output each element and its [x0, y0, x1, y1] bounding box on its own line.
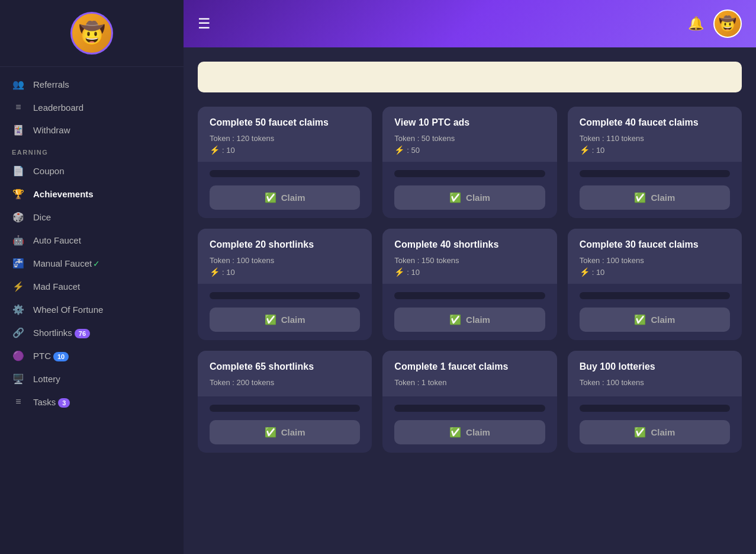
card-body: ✅ Claim [568, 162, 742, 218]
card-energy: ⚡: 50 [394, 145, 545, 155]
claim-button[interactable]: ✅ Claim [394, 185, 545, 210]
card-body: ✅ Claim [198, 162, 372, 218]
sidebar-item-ptc[interactable]: 🟣 PTC10 [0, 344, 184, 367]
claim-button[interactable]: ✅ Claim [580, 308, 730, 332]
badge-shortlinks: 76 [75, 329, 90, 338]
card-tokens: Token : 100 tokens [580, 256, 730, 265]
card-energy: ⚡: 10 [580, 145, 730, 155]
lightning-icon: ⚡ [210, 145, 220, 155]
claim-label: Claim [281, 193, 305, 203]
lightning-icon: ⚡ [580, 145, 590, 155]
sidebar-item-dice[interactable]: 🎲 Dice [0, 206, 184, 229]
sidebar-item-label: Manual Faucet✓ [33, 258, 100, 268]
achievement-card-card-3: Complete 40 faucet claims Token : 110 to… [568, 107, 742, 218]
claim-label: Claim [651, 315, 675, 325]
claim-button[interactable]: ✅ Claim [210, 185, 360, 210]
card-tokens: Token : 120 tokens [210, 134, 360, 143]
sidebar-item-wheel-of-fortune[interactable]: ⚙️ Wheel Of Fortune [0, 298, 184, 321]
topbar-right: 🔔 🤠 [688, 9, 742, 38]
logo[interactable]: 🤠 [70, 12, 113, 55]
sidebar-item-auto-faucet[interactable]: 🤖 Auto Faucet [0, 229, 184, 252]
sidebar-item-mad-faucet[interactable]: ⚡ Mad Faucet [0, 275, 184, 298]
sidebar-item-label: Withdraw [33, 125, 70, 135]
main: ☰ 🔔 🤠 Complete 50 faucet claims Token : … [184, 0, 756, 554]
card-title: Complete 1 faucet claims [394, 361, 545, 372]
sidebar-item-label: Coupon [33, 166, 65, 176]
claim-label: Claim [651, 193, 675, 203]
achievement-card-card-5: Complete 40 shortlinks Token : 150 token… [382, 229, 556, 340]
card-title: Buy 100 lotteries [580, 361, 730, 372]
tasks-icon: ≡ [12, 396, 25, 407]
card-tokens: Token : 50 tokens [394, 134, 545, 143]
achievement-card-card-1: Complete 50 faucet claims Token : 120 to… [198, 107, 372, 218]
claim-button[interactable]: ✅ Claim [580, 420, 730, 444]
claim-check-icon: ✅ [265, 427, 276, 438]
sidebar-item-withdraw[interactable]: 🃏 Withdraw [0, 119, 184, 142]
bell-icon[interactable]: 🔔 [688, 16, 704, 31]
sidebar-item-shortlinks[interactable]: 🔗 Shortlinks76 [0, 321, 184, 344]
card-tokens: Token : 1 token [394, 378, 545, 387]
card-header: Complete 20 shortlinks Token : 100 token… [198, 229, 372, 284]
achievement-card-card-9: Buy 100 lotteries Token : 100 tokens ✅ C… [568, 351, 742, 453]
earning-section-label: EARNING [0, 142, 184, 159]
announcement-bar [198, 62, 742, 92]
claim-button[interactable]: ✅ Claim [210, 420, 360, 444]
card-header: Buy 100 lotteries Token : 100 tokens [568, 351, 742, 396]
claim-check-icon: ✅ [265, 314, 276, 325]
claim-button[interactable]: ✅ Claim [210, 308, 360, 332]
user-avatar[interactable]: 🤠 [713, 9, 742, 38]
shortlinks-icon: 🔗 [12, 327, 25, 338]
card-tokens: Token : 200 tokens [210, 378, 360, 387]
sidebar-item-referrals[interactable]: 👥 Referrals [0, 73, 184, 96]
dice-icon: 🎲 [12, 212, 25, 223]
claim-check-icon: ✅ [449, 427, 461, 438]
sidebar-item-label: Leaderboard [33, 103, 83, 113]
progress-bar-container [580, 405, 730, 412]
card-title: Complete 40 shortlinks [394, 239, 545, 250]
checkmark-icon: ✓ [93, 259, 100, 268]
lightning-icon: ⚡ [394, 145, 404, 155]
card-title: View 10 PTC ads [394, 117, 545, 128]
achievements-grid: Complete 50 faucet claims Token : 120 to… [198, 107, 742, 453]
sidebar-item-label: PTC10 [33, 351, 69, 361]
card-energy: ⚡: 10 [210, 145, 360, 155]
claim-label: Claim [281, 315, 305, 325]
achievement-card-card-2: View 10 PTC ads Token : 50 tokens ⚡: 50 … [382, 107, 556, 218]
achievement-card-card-4: Complete 20 shortlinks Token : 100 token… [198, 229, 372, 340]
claim-check-icon: ✅ [634, 192, 646, 203]
claim-label: Claim [466, 193, 490, 203]
card-header: Complete 50 faucet claims Token : 120 to… [198, 107, 372, 162]
sidebar-item-lottery[interactable]: 🖥️ Lottery [0, 367, 184, 390]
lightning-icon: ⚡ [210, 267, 220, 277]
card-energy: ⚡: 10 [394, 267, 545, 277]
claim-check-icon: ✅ [634, 427, 646, 438]
progress-bar-container [210, 405, 360, 412]
card-body: ✅ Claim [198, 284, 372, 340]
sidebar-item-label: Mad Faucet [33, 281, 80, 292]
claim-button[interactable]: ✅ Claim [580, 185, 730, 210]
card-body: ✅ Claim [382, 396, 556, 453]
claim-check-icon: ✅ [449, 314, 461, 325]
progress-bar-container [394, 405, 545, 412]
manual-faucet-icon: 🚰 [12, 258, 25, 269]
sidebar-item-tasks[interactable]: ≡ Tasks3 [0, 390, 184, 413]
sidebar-item-coupon[interactable]: 📄 Coupon [0, 159, 184, 182]
sidebar-item-leaderboard[interactable]: ≡ Leaderboard [0, 96, 184, 119]
card-tokens: Token : 110 tokens [580, 134, 730, 143]
card-title: Complete 40 faucet claims [580, 117, 730, 128]
progress-bar-container [394, 170, 545, 177]
sidebar-item-manual-faucet[interactable]: 🚰 Manual Faucet✓ [0, 252, 184, 275]
sidebar-item-label: Wheel Of Fortune [33, 305, 103, 315]
card-header: Complete 40 shortlinks Token : 150 token… [382, 229, 556, 284]
menu-icon[interactable]: ☰ [198, 15, 211, 32]
content-area: Complete 50 faucet claims Token : 120 to… [184, 47, 756, 554]
progress-bar-container [210, 170, 360, 177]
sidebar-item-achievements[interactable]: 🏆 Achievements [0, 182, 184, 206]
claim-button[interactable]: ✅ Claim [394, 308, 545, 332]
claim-button[interactable]: ✅ Claim [394, 420, 545, 444]
progress-bar-container [580, 292, 730, 299]
card-energy: ⚡: 10 [580, 267, 730, 277]
progress-bar-container [210, 292, 360, 299]
mad-faucet-icon: ⚡ [12, 281, 25, 292]
sidebar-item-label: Lottery [33, 374, 60, 384]
